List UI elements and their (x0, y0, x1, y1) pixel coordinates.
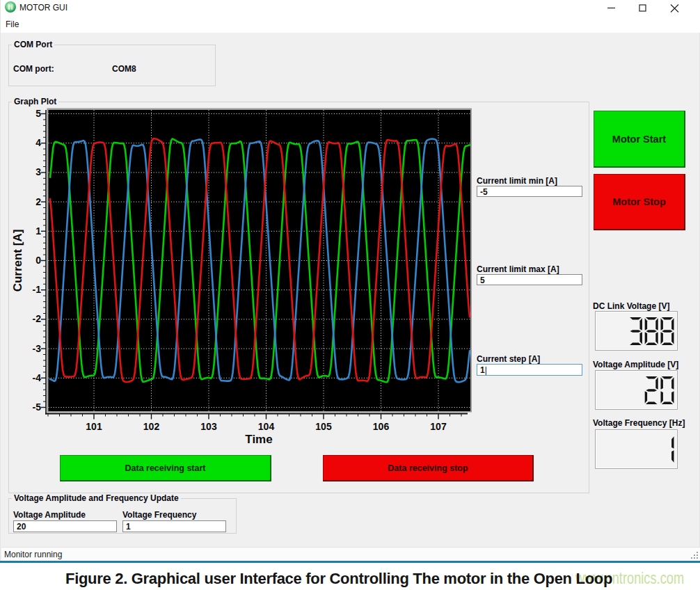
svg-text:1: 1 (35, 225, 41, 237)
svg-text:4: 4 (35, 137, 41, 148)
svg-text:-4: -4 (33, 372, 42, 383)
svg-text:-2: -2 (33, 313, 42, 324)
svg-text:103: 103 (200, 421, 217, 432)
svg-text:102: 102 (143, 421, 160, 432)
svg-text:104: 104 (258, 421, 275, 432)
svg-text:Current [A]: Current [A] (11, 230, 24, 292)
svg-text:-5: -5 (33, 401, 42, 413)
svg-text:-3: -3 (33, 343, 42, 354)
svg-text:5: 5 (35, 108, 41, 119)
svg-text:105: 105 (315, 421, 332, 432)
svg-text:101: 101 (86, 421, 102, 432)
svg-text:3: 3 (35, 166, 41, 177)
svg-text:107: 107 (430, 421, 447, 432)
svg-text:Time: Time (245, 433, 272, 446)
svg-text:106: 106 (373, 421, 390, 432)
svg-text:2: 2 (35, 196, 41, 207)
svg-text:-1: -1 (33, 284, 42, 295)
svg-text:0: 0 (35, 255, 41, 266)
